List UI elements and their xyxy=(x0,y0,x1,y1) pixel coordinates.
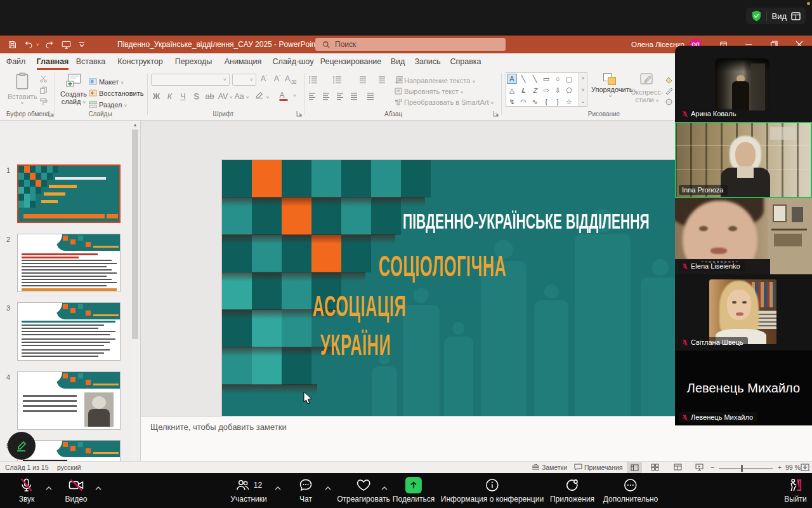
shape-brace-left[interactable]: { xyxy=(540,96,552,107)
shapes-gallery[interactable]: A╲╲▭○▢△𝙇𝘡⇨⇩⬠↯◠∿{}☆ xyxy=(506,72,579,107)
slideshow-view-button[interactable] xyxy=(695,464,704,472)
zoom-video-button[interactable]: Видео xyxy=(65,477,87,504)
format-painter-icon[interactable] xyxy=(39,98,48,106)
tab-Анимация[interactable]: Анимация xyxy=(225,53,262,70)
clear-format-button[interactable]: А⌫ xyxy=(285,74,296,85)
zoom-leave-button[interactable]: Выйти xyxy=(784,477,807,504)
shape-curve[interactable]: ∿ xyxy=(529,96,540,107)
tab-Запись[interactable]: Запись xyxy=(414,53,440,70)
shape-rectangle[interactable]: ▭ xyxy=(540,73,552,84)
shape-freeform-z[interactable]: 𝘡 xyxy=(529,84,540,96)
participant-tile-2[interactable]: Inna Pronoza xyxy=(675,122,812,198)
paste-button[interactable]: Вставить ˅ xyxy=(8,72,37,106)
layout-button[interactable]: Макет ˅ xyxy=(89,76,124,87)
bullets-button[interactable] xyxy=(308,76,318,84)
zoom-audio-button[interactable]: Звук xyxy=(19,477,35,504)
shapes-gallery-scroll[interactable]: ˄˅⌄ xyxy=(579,72,587,107)
shape-freeform-l[interactable]: 𝙇 xyxy=(518,84,529,96)
annotation-button[interactable] xyxy=(8,432,36,460)
zoom-more-button[interactable]: Дополнительно xyxy=(603,477,658,504)
shape-rounded-rectangle[interactable]: ▢ xyxy=(563,73,575,84)
customize-qat-icon[interactable] xyxy=(78,41,86,48)
paragraph-dialog-launcher[interactable] xyxy=(493,110,499,117)
align-center-button[interactable] xyxy=(322,92,332,100)
shape-oval[interactable]: ○ xyxy=(552,73,563,84)
bold-button[interactable]: Ж xyxy=(150,92,163,101)
slide[interactable]: ПІВДЕННО-УКРАЇНСЬКЕ ВІДДІЛЕННЯ СОЦІОЛОГІ… xyxy=(222,160,737,450)
comments-toggle[interactable]: Примечания xyxy=(574,464,623,471)
align-text-button[interactable]: Выровнять текст ˅ xyxy=(395,85,463,97)
section-button[interactable]: Раздел ˅ xyxy=(89,98,127,110)
zoom-in-button[interactable]: + xyxy=(778,464,782,471)
shape-arrow-down[interactable]: ⇩ xyxy=(552,84,563,96)
fit-to-window-button[interactable] xyxy=(801,464,809,472)
zoom-view-button[interactable]: Вид xyxy=(746,8,806,24)
clipboard-dialog-launcher[interactable] xyxy=(48,110,55,117)
redo-icon[interactable] xyxy=(44,40,55,50)
shape-textbox[interactable]: A xyxy=(507,74,517,84)
shape-star[interactable]: ☆ xyxy=(563,96,575,107)
thumbnail-scrollbar[interactable]: ▲ xyxy=(131,121,140,508)
slide-line2[interactable]: АСОЦІАЦІЯ xyxy=(313,289,406,323)
tab-Конструктор[interactable]: Конструктор xyxy=(117,53,162,70)
start-slideshow-icon[interactable] xyxy=(61,40,72,50)
copy-icon[interactable] xyxy=(39,86,48,95)
change-case-button[interactable]: Aa xyxy=(233,92,246,101)
shape-polygon[interactable]: ⬠ xyxy=(563,84,575,96)
align-left-button[interactable] xyxy=(308,92,318,100)
numbering-button[interactable] xyxy=(332,76,343,84)
justify-button[interactable] xyxy=(350,92,360,100)
zoom-slider-handle[interactable] xyxy=(741,465,743,472)
underline-button[interactable]: Ч xyxy=(176,92,190,101)
font-size-combo[interactable]: ˅ xyxy=(232,74,256,86)
zoom-chat-button[interactable]: Чат xyxy=(298,477,313,504)
italic-button[interactable]: К xyxy=(163,92,176,101)
zoom-share-button[interactable]: Поделиться xyxy=(393,477,435,504)
participant-tile-5[interactable]: Левенець МихайлоЛевенець Михайло xyxy=(675,351,812,425)
save-icon[interactable] xyxy=(8,40,17,50)
audio-options-caret[interactable] xyxy=(45,482,53,493)
font-color-button[interactable]: А xyxy=(280,91,288,101)
undo-dropdown[interactable]: ˅ xyxy=(36,42,39,48)
search-box[interactable]: Поиск xyxy=(315,38,506,51)
decrease-indent-button[interactable] xyxy=(359,76,369,84)
char-spacing-button[interactable]: AV xyxy=(216,92,230,101)
tab-Слайд-шоу[interactable]: Слайд-шоу xyxy=(273,53,314,70)
participant-tile-1[interactable]: Арина Коваль xyxy=(675,46,812,122)
smartart-button[interactable]: Преобразовать в SmartArt ˅ xyxy=(395,96,494,107)
notes-toggle[interactable]: Заметки xyxy=(532,464,567,471)
tab-Вставка[interactable]: Вставка xyxy=(76,53,105,70)
shape-scribble[interactable]: ↯ xyxy=(506,96,518,107)
tab-Файл[interactable]: Файл xyxy=(6,53,26,70)
reset-button[interactable]: Восстановить xyxy=(89,87,144,98)
zoom-info-button[interactable]: Информация о конференции xyxy=(441,477,544,504)
cut-icon[interactable] xyxy=(39,75,48,83)
react-options-caret[interactable] xyxy=(381,482,388,493)
video-options-caret[interactable] xyxy=(95,482,102,493)
shape-arrow-line[interactable]: ╲ xyxy=(529,73,540,84)
participant-tile-3[interactable]: Elena Liseienko xyxy=(675,198,812,274)
normal-view-button[interactable] xyxy=(627,462,642,473)
slide-title[interactable]: ПІВДЕННО-УКРАЇНСЬКЕ ВІДДІЛЕННЯ xyxy=(403,210,646,234)
shape-arrow-right[interactable]: ⇨ xyxy=(540,84,552,96)
arrange-button[interactable]: Упорядочить ˅ xyxy=(591,73,629,99)
tab-Переходы[interactable]: Переходы xyxy=(175,53,213,70)
slide-thumbnail-2[interactable] xyxy=(17,234,121,292)
increase-indent-button[interactable] xyxy=(378,76,388,84)
slide-thumbnail-1[interactable] xyxy=(17,164,121,223)
change-case-dropdown[interactable]: ˅ xyxy=(246,95,249,100)
zoom-percent[interactable]: 99 % xyxy=(785,464,801,471)
shape-arc[interactable]: ◠ xyxy=(518,96,529,107)
slide-sorter-view-button[interactable] xyxy=(651,464,659,472)
align-right-button[interactable] xyxy=(336,92,346,100)
tab-Справка[interactable]: Справка xyxy=(450,53,481,70)
shape-line[interactable]: ╲ xyxy=(518,73,529,84)
text-direction-button[interactable]: А Направление текста ˅ xyxy=(395,74,475,86)
new-slide-button[interactable]: Создать слайд ˅ xyxy=(60,72,88,105)
zoom-out-button[interactable]: − xyxy=(710,464,714,471)
quick-styles-button[interactable]: Экспресс- стили ˅ xyxy=(631,73,664,104)
shape-brace-right[interactable]: } xyxy=(552,96,563,107)
zoom-participants-button[interactable]: 12Участники xyxy=(230,477,266,504)
slide-line3[interactable]: УКРАЇНИ xyxy=(320,328,391,362)
font-name-combo[interactable]: ˅ xyxy=(151,74,230,86)
